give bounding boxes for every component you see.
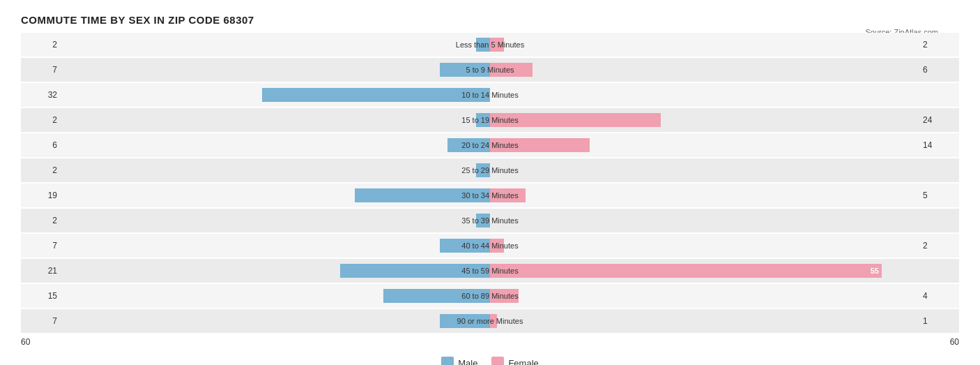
- male-bar: [440, 63, 490, 77]
- bars-inner: 55 45 to 59 Minutes: [63, 264, 917, 278]
- female-bar: [490, 289, 519, 303]
- female-bar: [490, 314, 497, 328]
- chart-row: 15 60 to 89 Minutes 4: [21, 284, 959, 308]
- chart-row: 7 5 to 9 Minutes 6: [21, 58, 959, 82]
- bars-container: 90 or more Minutes: [63, 309, 917, 333]
- female-bar: [490, 138, 590, 152]
- female-bar: [490, 63, 533, 77]
- chart-area: 2 Less than 5 Minutes 2 7 5 to 9 Minutes…: [21, 33, 959, 365]
- bars-inner: 20 to 24 Minutes: [63, 138, 917, 152]
- bars-container: 35 to 39 Minutes: [63, 209, 917, 232]
- male-value: 2: [21, 40, 63, 50]
- male-value: 7: [21, 241, 63, 251]
- chart-row: 2 15 to 19 Minutes 24: [21, 108, 959, 132]
- male-value: 2: [21, 115, 63, 125]
- chart-row: 32 10 to 14 Minutes: [21, 83, 959, 107]
- bars-container: 40 to 44 Minutes: [63, 234, 917, 258]
- female-value: 2: [917, 40, 959, 50]
- male-value: 2: [21, 216, 63, 225]
- chart-row: 6 20 to 24 Minutes 14: [21, 133, 959, 157]
- axis-labels: 60 60: [21, 334, 959, 350]
- female-bar: 55: [490, 264, 882, 278]
- male-value: 32: [21, 90, 63, 100]
- male-bar: [476, 113, 490, 127]
- male-bar: [355, 188, 490, 202]
- male-value: 2: [21, 165, 63, 175]
- legend-female: Female: [491, 357, 538, 365]
- bars-inner: Less than 5 Minutes: [63, 38, 917, 52]
- female-value: 24: [917, 115, 959, 125]
- male-swatch: [441, 357, 454, 365]
- row-label: 35 to 39 Minutes: [461, 216, 518, 225]
- male-value: 21: [21, 266, 63, 276]
- male-bar: [383, 289, 490, 303]
- male-bar: [340, 264, 490, 278]
- bars-container: 15 to 19 Minutes: [63, 108, 917, 132]
- male-bar: [440, 314, 490, 328]
- male-bar: [476, 214, 490, 228]
- male-bar: [476, 163, 490, 177]
- bars-inner: 30 to 34 Minutes: [63, 188, 917, 202]
- bars-container: 30 to 34 Minutes: [63, 184, 917, 207]
- bars-inner: 25 to 29 Minutes: [63, 163, 917, 177]
- bars-inner: 35 to 39 Minutes: [63, 214, 917, 228]
- male-bar: [476, 38, 490, 52]
- female-value: 2: [917, 241, 959, 251]
- male-bar: [447, 138, 490, 152]
- female-value: 5: [917, 191, 959, 200]
- bars-inner: 5 to 9 Minutes: [63, 63, 917, 77]
- chart-row: 2 35 to 39 Minutes: [21, 209, 959, 232]
- chart-row: 21 55 45 to 59 Minutes: [21, 259, 959, 283]
- female-value: 1: [917, 316, 959, 326]
- chart-row: 19 30 to 34 Minutes 5: [21, 184, 959, 207]
- axis-right: 60: [917, 337, 959, 347]
- legend: Male Female: [21, 357, 959, 365]
- bars-inner: 40 to 44 Minutes: [63, 239, 917, 253]
- male-value: 7: [21, 316, 63, 326]
- chart-title: COMMUTE TIME BY SEX IN ZIP CODE 68307: [21, 14, 959, 26]
- male-value: 15: [21, 291, 63, 301]
- bars-inner: 10 to 14 Minutes: [63, 88, 917, 102]
- female-label: Female: [508, 358, 538, 366]
- bars-inner: 15 to 19 Minutes: [63, 113, 917, 127]
- legend-male: Male: [441, 357, 477, 365]
- bars-container: 10 to 14 Minutes: [63, 83, 917, 107]
- bars-inner: 60 to 89 Minutes: [63, 289, 917, 303]
- female-value: 4: [917, 291, 959, 301]
- male-value: 19: [21, 191, 63, 200]
- female-bar: [490, 239, 504, 253]
- chart-row: 7 90 or more Minutes 1: [21, 309, 959, 333]
- bars-container: 20 to 24 Minutes: [63, 133, 917, 157]
- female-value: 14: [917, 140, 959, 150]
- male-value: 7: [21, 65, 63, 75]
- bars-container: 60 to 89 Minutes: [63, 284, 917, 308]
- female-value: 6: [917, 65, 959, 75]
- bars-container: 55 45 to 59 Minutes: [63, 259, 917, 283]
- bars-container: 25 to 29 Minutes: [63, 158, 917, 182]
- male-bar: [262, 88, 490, 102]
- female-bar: [490, 113, 661, 127]
- male-bar: [440, 239, 490, 253]
- male-value: 6: [21, 140, 63, 150]
- row-label: 25 to 29 Minutes: [461, 166, 518, 174]
- female-swatch: [491, 357, 504, 365]
- chart-row: 2 25 to 29 Minutes: [21, 158, 959, 182]
- bars-container: 5 to 9 Minutes: [63, 58, 917, 82]
- chart-row: 2 Less than 5 Minutes 2: [21, 33, 959, 57]
- axis-left: 60: [21, 337, 63, 347]
- female-bar: [490, 188, 526, 202]
- female-bar: [490, 38, 504, 52]
- bars-inner: 90 or more Minutes: [63, 314, 917, 328]
- chart-row: 7 40 to 44 Minutes 2: [21, 234, 959, 258]
- male-label: Male: [458, 358, 477, 366]
- bars-container: Less than 5 Minutes: [63, 33, 917, 57]
- female-bar-inner-label: 55: [871, 267, 879, 275]
